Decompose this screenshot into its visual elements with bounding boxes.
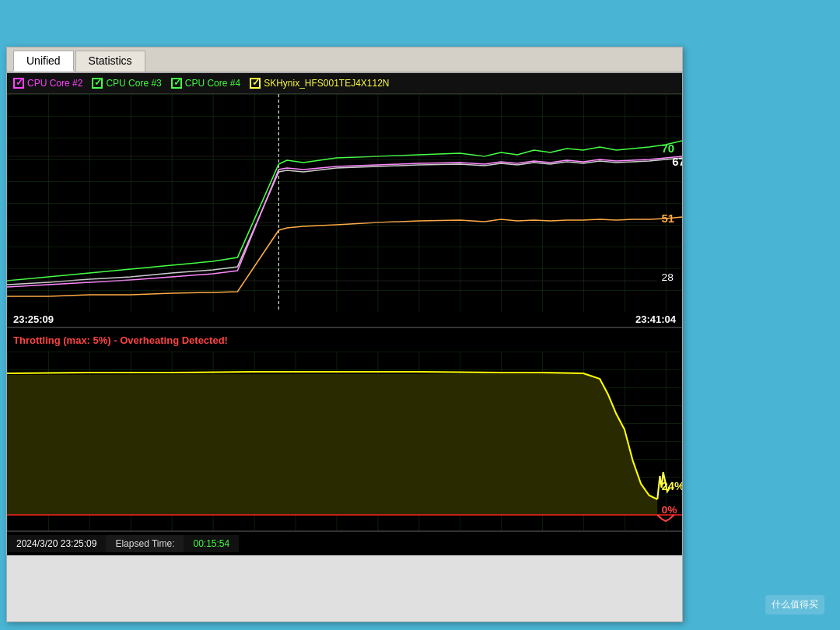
content-area: CPU Core #2 CPU Core #3 CPU Core #4 SKHy… — [7, 73, 682, 555]
legend-skhynix: SKHynix_HFS001TEJ4X112N — [250, 78, 389, 89]
time-end: 23:41:04 — [635, 313, 676, 325]
svg-text:24%: 24% — [662, 480, 682, 492]
status-elapsed-label: Elapsed Time: — [106, 535, 184, 552]
legend-cpu4: CPU Core #4 — [171, 78, 240, 89]
throttling-title: Throttling (max: 5%) - Overheating Detec… — [13, 334, 228, 346]
legend-label-cpu2: CPU Core #2 — [27, 78, 82, 89]
legend-label-cpu3: CPU Core #3 — [106, 78, 161, 89]
svg-text:67: 67 — [672, 156, 682, 168]
time-start: 23:25:09 — [13, 313, 54, 325]
legend-cpu2: CPU Core #2 — [13, 78, 82, 89]
throttling-header: Throttling (max: 5%) - Overheating Detec… — [7, 327, 682, 352]
tab-statistics[interactable]: Statistics — [75, 51, 145, 72]
temperature-chart-svg: 70 67 51 28 — [7, 94, 682, 312]
legend-checkbox-cpu2[interactable] — [13, 78, 24, 89]
main-window: Unified Statistics CPU Core #2 CPU Core … — [6, 47, 683, 622]
status-bar: 2024/3/20 23:25:09 Elapsed Time: 00:15:5… — [7, 530, 682, 555]
svg-marker-10 — [7, 371, 657, 515]
throttling-chart: 24% 0% — [7, 352, 682, 530]
status-elapsed-value: 00:15:54 — [184, 535, 239, 552]
svg-text:0%: 0% — [662, 504, 677, 516]
legend-checkbox-cpu4[interactable] — [171, 78, 182, 89]
status-timestamp: 2024/3/20 23:25:09 — [7, 535, 106, 552]
legend-checkbox-skhynix[interactable] — [250, 78, 261, 89]
tab-bar: Unified Statistics — [7, 47, 682, 73]
throttling-chart-svg: 24% 0% — [7, 352, 682, 530]
svg-rect-0 — [7, 94, 682, 312]
tab-unified[interactable]: Unified — [13, 51, 74, 72]
temperature-chart: 70 67 51 28 — [7, 94, 682, 312]
svg-text:70: 70 — [662, 142, 674, 155]
legend-checkbox-cpu3[interactable] — [92, 78, 103, 89]
time-labels: 23:25:09 23:41:04 — [7, 312, 682, 327]
legend-label-cpu4: CPU Core #4 — [185, 78, 240, 89]
legend-cpu3: CPU Core #3 — [92, 78, 161, 89]
chart-legend-bar: CPU Core #2 CPU Core #3 CPU Core #4 SKHy… — [7, 73, 682, 94]
svg-text:51: 51 — [662, 212, 674, 225]
legend-label-skhynix: SKHynix_HFS001TEJ4X112N — [264, 78, 389, 89]
svg-text:28: 28 — [662, 271, 674, 283]
watermark: 什么值得买 — [765, 595, 824, 614]
